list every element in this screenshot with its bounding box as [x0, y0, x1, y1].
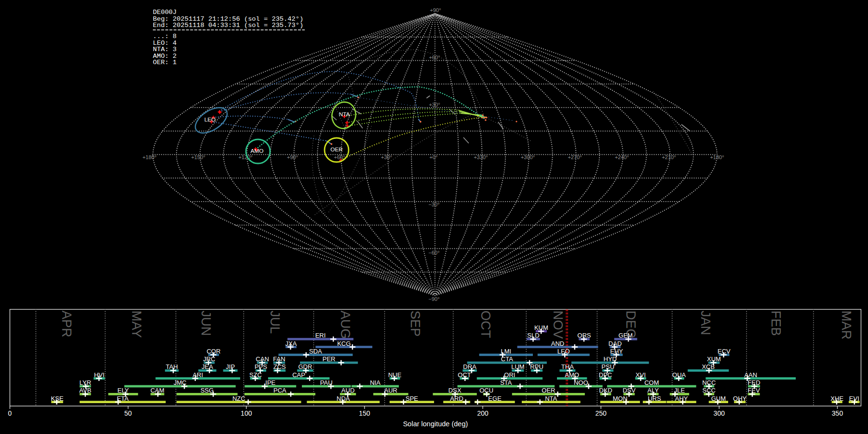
svg-text:−60°: −60° — [428, 250, 439, 256]
svg-text:+180°: +180° — [142, 154, 156, 160]
svg-text:+300°: +300° — [521, 154, 535, 160]
svg-text:OER: OER — [330, 146, 343, 153]
svg-text:−30°: −30° — [428, 202, 439, 207]
svg-text:OCT: OCT — [478, 311, 493, 338]
svg-text:100: 100 — [241, 409, 252, 417]
svg-text:+30°: +30° — [381, 154, 392, 160]
svg-text:+120°: +120° — [238, 154, 252, 160]
svg-text:End: 20251118 04:33:31 (sol =: End: 20251118 04:33:31 (sol = 235.73°) — [153, 22, 303, 29]
svg-text:300: 300 — [714, 409, 725, 417]
svg-text:FEB: FEB — [769, 311, 783, 336]
svg-text:JAN: JAN — [698, 311, 713, 335]
svg-text:Solar longitude (deg): Solar longitude (deg) — [403, 420, 468, 428]
svg-text:JUN: JUN — [199, 311, 213, 336]
svg-text:+180°: +180° — [710, 154, 724, 160]
svg-text:350: 350 — [832, 409, 843, 417]
svg-text:+30°: +30° — [429, 102, 440, 108]
svg-text:+60°: +60° — [429, 54, 440, 60]
svg-text:−90°: −90° — [428, 296, 439, 302]
svg-text:AUG: AUG — [338, 311, 353, 339]
svg-text:MAY: MAY — [129, 311, 144, 338]
svg-text:+270°: +270° — [568, 154, 582, 160]
svg-text:+0°: +0° — [430, 154, 438, 160]
svg-text:+240°: +240° — [615, 154, 629, 160]
svg-text:MAR: MAR — [839, 311, 854, 339]
svg-text:150: 150 — [359, 409, 370, 417]
svg-text:+330°: +330° — [474, 154, 488, 160]
svg-text:+210°: +210° — [662, 154, 676, 160]
svg-text:OER: 1: OER: 1 — [153, 59, 176, 66]
svg-text:+90°: +90° — [287, 154, 298, 160]
svg-text:LEO: LEO — [204, 116, 216, 123]
svg-text:+150°: +150° — [191, 154, 205, 160]
svg-text:NOV: NOV — [551, 311, 565, 339]
svg-text:0: 0 — [8, 409, 12, 417]
svg-text:250: 250 — [596, 409, 607, 417]
svg-text:200: 200 — [477, 409, 488, 417]
svg-text:JUL: JUL — [268, 311, 282, 334]
svg-text:SEP: SEP — [408, 311, 422, 337]
svg-text:NTA: NTA — [339, 111, 350, 118]
svg-text:50: 50 — [124, 409, 132, 417]
svg-text:+90°: +90° — [430, 7, 441, 13]
svg-text:AMO: AMO — [251, 148, 264, 154]
svg-text:APR: APR — [59, 311, 74, 338]
